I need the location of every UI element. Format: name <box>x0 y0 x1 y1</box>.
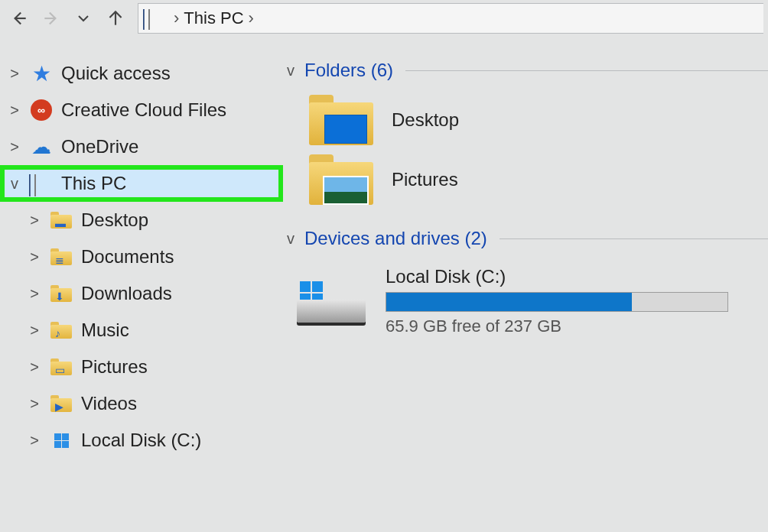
tree-item-quick-access[interactable]: > ★ Quick access <box>0 55 283 92</box>
folder-icon: ▬ <box>49 208 73 232</box>
folder-icon: ⬇ <box>49 281 73 306</box>
drive-capacity-bar <box>386 292 728 312</box>
tree-item-downloads[interactable]: > ⬇ Downloads <box>0 275 283 312</box>
drive-item-local-disk-c[interactable]: Local Disk (C:) 65.9 GB free of 237 GB <box>283 255 768 336</box>
expand-icon[interactable]: > <box>28 358 41 376</box>
nav-forward-button[interactable] <box>37 4 66 33</box>
folder-icon: ≣ <box>49 245 73 269</box>
group-header-drives[interactable]: v Devices and drives (2) <box>283 223 768 255</box>
expand-icon[interactable]: > <box>28 395 41 413</box>
tree-item-label: Documents <box>81 246 174 268</box>
cloud-icon: ☁ <box>29 135 54 159</box>
expand-icon[interactable]: > <box>8 65 21 83</box>
tree-item-label: Music <box>81 320 129 341</box>
drive-free-text: 65.9 GB free of 237 GB <box>386 316 750 336</box>
nav-back-button[interactable] <box>5 4 34 33</box>
tree-item-onedrive[interactable]: > ☁ OneDrive <box>0 128 283 165</box>
tree-item-label: OneDrive <box>61 136 138 157</box>
tree-item-desktop[interactable]: > ▬ Desktop <box>0 202 283 238</box>
tree-item-music[interactable]: > ♪ Music <box>0 312 283 349</box>
tree-item-label: Pictures <box>81 356 148 378</box>
content-pane: v Folders (6) Desktop Pictures v Devices… <box>283 37 768 532</box>
chevron-down-icon: v <box>283 62 298 79</box>
group-title: Folders (6) <box>304 60 393 81</box>
folder-icon: ▭ <box>49 355 73 379</box>
tree-item-pictures[interactable]: > ▭ Pictures <box>0 349 283 385</box>
tree-item-this-pc[interactable]: v This PC <box>0 165 283 202</box>
creative-cloud-icon: ∞ <box>29 98 54 122</box>
group-title: Devices and drives (2) <box>304 228 487 249</box>
tree-item-label: Quick access <box>61 63 171 84</box>
chevron-down-icon: v <box>283 230 298 248</box>
nav-up-button[interactable] <box>101 4 130 33</box>
expand-icon[interactable]: > <box>28 432 41 449</box>
breadcrumb-item[interactable]: This PC <box>184 8 243 28</box>
folder-item-pictures[interactable]: Pictures <box>309 154 768 205</box>
tree-item-label: Videos <box>81 393 137 414</box>
nav-recent-button[interactable] <box>69 4 98 33</box>
expand-icon[interactable]: > <box>28 212 41 229</box>
tree-item-label: This PC <box>61 173 126 194</box>
folders-grid: Desktop Pictures <box>283 87 768 223</box>
expand-icon[interactable]: > <box>28 322 41 339</box>
tree-item-local-disk[interactable]: > Local Disk (C:) <box>0 422 283 459</box>
folder-icon: ♪ <box>49 318 73 342</box>
tree-item-label: Creative Cloud Files <box>61 99 226 121</box>
expand-icon[interactable]: > <box>8 138 21 156</box>
tree-item-label: Downloads <box>81 283 172 304</box>
folder-icon <box>309 95 373 145</box>
arrow-left-icon <box>9 8 29 28</box>
tree-item-documents[interactable]: > ≣ Documents <box>0 238 283 275</box>
star-icon: ★ <box>29 61 54 86</box>
expand-icon[interactable]: > <box>28 285 41 303</box>
drive-name: Local Disk (C:) <box>386 266 750 287</box>
expand-icon[interactable]: > <box>28 248 41 266</box>
folder-icon <box>309 154 373 205</box>
arrow-right-icon <box>41 8 61 28</box>
tree-item-creative-cloud[interactable]: > ∞ Creative Cloud Files <box>0 92 283 128</box>
folder-item-desktop[interactable]: Desktop <box>309 95 768 145</box>
this-pc-icon <box>143 10 168 27</box>
drive-icon <box>297 278 366 324</box>
breadcrumb-bar[interactable]: › This PC › <box>138 3 763 34</box>
breadcrumb-separator: › <box>172 8 181 28</box>
arrow-up-icon <box>106 8 125 28</box>
collapse-icon[interactable]: v <box>8 175 21 193</box>
chevron-down-icon <box>77 12 89 24</box>
nav-bar: › This PC › <box>0 0 768 37</box>
tree-item-videos[interactable]: > ▶ Videos <box>0 385 283 422</box>
disk-icon <box>49 428 73 453</box>
expand-icon[interactable]: > <box>8 102 21 119</box>
folder-label: Desktop <box>392 109 459 131</box>
drive-info: Local Disk (C:) 65.9 GB free of 237 GB <box>386 266 750 336</box>
drive-capacity-fill <box>386 293 632 311</box>
breadcrumb-separator: › <box>247 8 255 28</box>
divider <box>500 238 768 239</box>
this-pc-icon <box>29 171 54 196</box>
divider <box>405 70 768 71</box>
navigation-tree: > ★ Quick access > ∞ Creative Cloud File… <box>0 37 283 532</box>
tree-item-label: Local Disk (C:) <box>81 430 201 451</box>
folder-icon: ▶ <box>49 391 73 416</box>
folder-label: Pictures <box>392 169 458 190</box>
group-header-folders[interactable]: v Folders (6) <box>283 55 768 87</box>
tree-item-label: Desktop <box>81 209 148 231</box>
